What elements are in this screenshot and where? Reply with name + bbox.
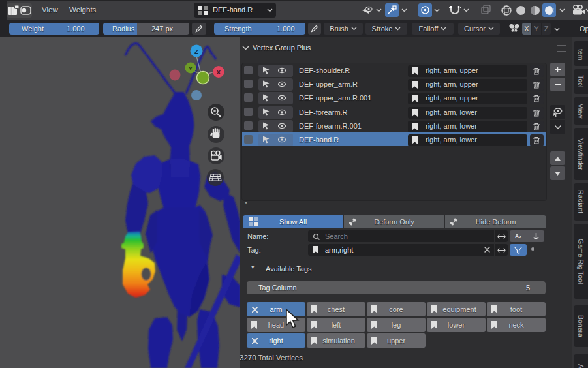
svg-text:Z: Z	[194, 48, 198, 55]
svg-text:X: X	[217, 69, 221, 76]
svg-text:Y: Y	[189, 65, 193, 72]
